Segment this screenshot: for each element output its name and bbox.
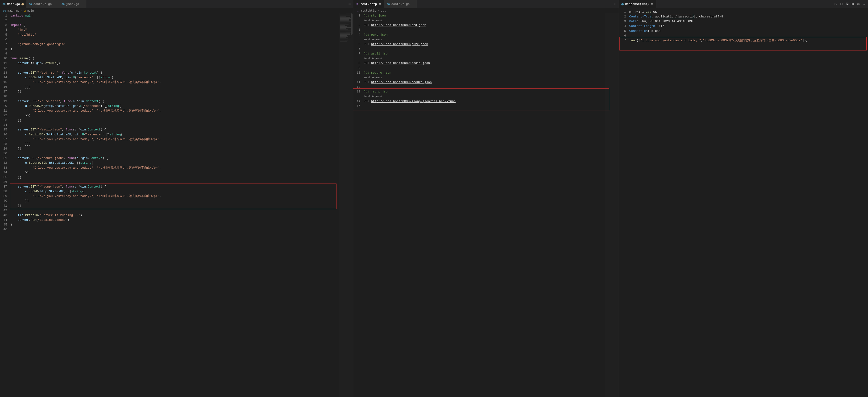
code-line[interactable]: "I love you yesterday and today.", "<p>时…	[10, 137, 351, 142]
code-line[interactable]: "I love you yesterday and today.", "<p>时…	[10, 109, 351, 113]
code-line[interactable]: ### secure json	[364, 70, 617, 75]
code-line[interactable]: ### std json	[364, 13, 617, 18]
code-line[interactable]: "fmt"	[10, 28, 351, 32]
code-line[interactable]: Send Request	[364, 18, 617, 23]
code-line[interactable]: })	[10, 175, 351, 180]
code-line[interactable]: Send Request	[364, 94, 617, 99]
code-editor[interactable]: 123456789101112131415 ### std jsonSend R…	[353, 13, 619, 397]
code-line[interactable]: server.GET("/jsonp-json", func(c *gin.Co…	[10, 184, 351, 189]
code-line[interactable]: func main() {	[10, 56, 351, 61]
tab-response[interactable]: Response(4ms) ×	[619, 0, 656, 8]
code-line[interactable]: })	[10, 170, 351, 175]
code-line[interactable]: c.JSONP(http.StatusOK, []string{	[10, 189, 351, 194]
code-line[interactable]	[10, 94, 351, 99]
code-line[interactable]	[364, 66, 617, 70]
code-line[interactable]: HTTP/1.1 200 OK	[629, 10, 866, 14]
send-request-link[interactable]: Send Request	[364, 19, 382, 22]
code-area[interactable]: package main import ( "fmt" "net/http" "…	[10, 13, 353, 397]
code-line[interactable]: c.JSON(http.StatusOK, gin.H{"setence": […	[10, 75, 351, 80]
code-area[interactable]: ### std jsonSend RequestGET http://local…	[364, 13, 619, 397]
more-icon[interactable]: ⋯	[862, 2, 866, 6]
code-line[interactable]	[10, 52, 351, 56]
tab-context-go[interactable]: GOcontext.go×	[26, 0, 59, 8]
code-line[interactable]: GET http://localhost:8080/jsonp-json?cal…	[364, 99, 617, 104]
code-line[interactable]: Content-Length: 117	[629, 24, 866, 29]
code-line[interactable]: GET http://localhost:8080/secure-json	[364, 80, 617, 85]
code-line[interactable]: GET http://localhost:8080/pure-json	[364, 42, 617, 47]
response-body[interactable]: HTTP/1.1 200 OKContent-Type: application…	[629, 10, 868, 397]
send-request-link[interactable]: Send Request	[364, 76, 382, 79]
send-request-link[interactable]: Send Request	[364, 95, 382, 98]
code-line[interactable]: Send Request	[364, 56, 617, 61]
code-line[interactable]: server.GET("/ascii-json", func(c *gin.Co…	[10, 127, 351, 132]
code-line[interactable]	[629, 33, 866, 38]
scrollbar[interactable]	[350, 13, 353, 397]
code-line[interactable]: Connection: close	[629, 29, 866, 33]
more-icon[interactable]: ⋯	[614, 2, 616, 6]
code-line[interactable]: Content-Type: application/javascript; ch…	[629, 14, 866, 19]
code-line[interactable]	[364, 85, 617, 89]
close-icon[interactable]: ×	[650, 2, 654, 6]
code-line[interactable]	[10, 123, 351, 127]
tab-rest-http[interactable]: ≡rest.http×	[353, 0, 384, 8]
stop-icon[interactable]: □	[839, 2, 843, 6]
code-line[interactable]: server := gin.Default()	[10, 61, 351, 66]
code-line[interactable]: }})	[10, 85, 351, 89]
code-line[interactable]	[10, 227, 351, 232]
tab-json-go[interactable]: GOjson.go×	[59, 0, 87, 8]
code-line[interactable]: Send Request	[364, 37, 617, 42]
copy-icon[interactable]: ⧉	[856, 2, 861, 6]
send-request-link[interactable]: Send Request	[364, 38, 382, 41]
code-line[interactable]: func(["I love you yesterday and today.",…	[629, 38, 866, 43]
code-line[interactable]: c.SecureJSON(http.StatusOK, []string{	[10, 161, 351, 165]
breadcrumb[interactable]: GO main.go › ⊞ main	[0, 8, 353, 13]
code-line[interactable]: import (	[10, 23, 351, 28]
send-request-link[interactable]: Send Request	[364, 57, 382, 60]
code-line[interactable]	[10, 18, 351, 23]
code-line[interactable]: "I love you yesterday and today.", "<p>时…	[10, 165, 351, 170]
code-line[interactable]	[10, 66, 351, 70]
code-line[interactable]: server.GET("/pure-json", func(c *gin.Con…	[10, 99, 351, 104]
code-line[interactable]: }	[10, 222, 351, 227]
code-line[interactable]: "I love you yesterday and today.", "<p>时…	[10, 80, 351, 85]
code-line[interactable]: })	[10, 147, 351, 151]
run-icon[interactable]: ▷	[834, 2, 838, 6]
code-line[interactable]: Send Request	[364, 75, 617, 80]
code-line[interactable]: ### jsonp json	[364, 89, 617, 94]
code-line[interactable]: server.Run("localhost:8080")	[10, 218, 351, 222]
code-line[interactable]: server.GET("/secure-json", func(c *gin.C…	[10, 156, 351, 161]
file-icon[interactable]: 🗎	[850, 2, 855, 6]
code-line[interactable]: ### pure json	[364, 33, 617, 37]
code-line[interactable]: GET http://localhost:8080/std-json	[364, 23, 617, 28]
more-icon[interactable]: ⋯	[348, 2, 351, 6]
response-viewer[interactable]: 1234567 HTTP/1.1 200 OKContent-Type: app…	[619, 8, 868, 397]
code-line[interactable]: "I love you yesterday and today.", "<p>时…	[10, 194, 351, 198]
code-line[interactable]: })	[10, 198, 351, 203]
code-line[interactable]: fmt.Println("Server is running...")	[10, 213, 351, 218]
code-line[interactable]: c.AsciiJSON(http.StatusOK, gin.H{"setenc…	[10, 132, 351, 137]
code-line[interactable]: ### ascii json	[364, 52, 617, 56]
code-line[interactable]	[364, 104, 617, 109]
code-line[interactable]: }})	[10, 113, 351, 118]
code-line[interactable]: GET http://localhost:8080/ascii-json	[364, 61, 617, 66]
code-line[interactable]: })	[10, 118, 351, 123]
close-icon[interactable]: ×	[378, 2, 381, 6]
code-line[interactable]: "net/http"	[10, 33, 351, 37]
code-line[interactable]	[10, 180, 351, 184]
code-line[interactable]: }})	[10, 142, 351, 147]
code-line[interactable]: "github.com/gin-gonic/gin"	[10, 42, 351, 47]
code-line[interactable]	[10, 208, 351, 213]
tab-context-go[interactable]: GOcontext.go×	[384, 0, 417, 8]
code-line[interactable]	[364, 28, 617, 32]
breadcrumb[interactable]: ≡ rest.http › ...	[353, 8, 619, 13]
save-icon[interactable]: 🖫	[845, 2, 849, 6]
code-line[interactable]: })	[10, 204, 351, 208]
code-line[interactable]: c.PureJSON(http.StatusOK, gin.H{"setence…	[10, 104, 351, 109]
code-line[interactable]: package main	[10, 13, 351, 18]
code-line[interactable]: server.GET("/std-json", func(c *gin.Cont…	[10, 70, 351, 75]
code-editor[interactable]: 1234567891011121314151617181920212223242…	[0, 13, 353, 397]
tab-main-go[interactable]: GOmain.go	[0, 0, 26, 8]
code-line[interactable]	[10, 151, 351, 156]
code-line[interactable]	[364, 47, 617, 52]
code-line[interactable]	[10, 37, 351, 42]
